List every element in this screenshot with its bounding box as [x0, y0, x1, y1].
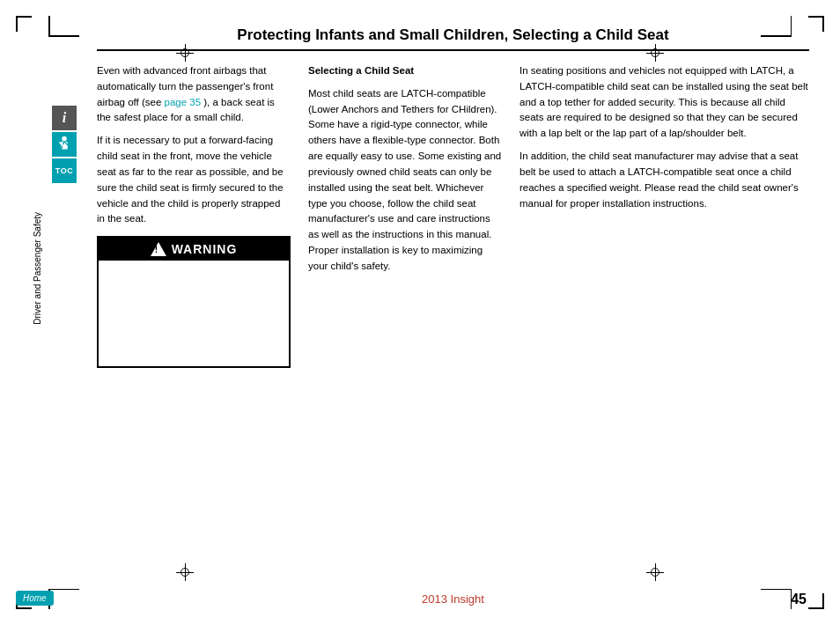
sidebar-tab: Driver and Passenger Safety	[0, 158, 75, 379]
page: i TOC Driver and Passenger Safety	[0, 0, 840, 625]
col-left-para2: If it is necessary to put a forward-faci…	[97, 133, 291, 227]
page-title-area: Protecting Infants and Small Children, S…	[97, 26, 809, 51]
col-middle: Selecting a Child Seat Most child seats …	[308, 63, 502, 368]
footer-title: 2013 Insight	[422, 592, 484, 606]
warning-box: WARNING	[97, 236, 291, 368]
col-middle-text: Selecting a Child Seat Most child seats …	[308, 63, 502, 275]
warning-title: WARNING	[172, 242, 238, 256]
warning-header: WARNING	[99, 238, 289, 261]
sidebar-tab-label: Driver and Passenger Safety	[33, 212, 42, 325]
sidebar: i TOC Driver and Passenger Safety	[0, 0, 84, 625]
page-title: Protecting Infants and Small Children, S…	[97, 26, 809, 44]
col-right-text: In seating positions and vehicles not eq…	[519, 63, 809, 211]
col-right: In seating positions and vehicles not eq…	[519, 63, 809, 368]
page-footer: 2013 Insight 45	[84, 592, 840, 606]
safety-icon[interactable]	[52, 132, 77, 157]
footer-home-area: Home	[16, 591, 54, 606]
col-middle-heading: Selecting a Child Seat	[308, 63, 502, 79]
col-left-text: Even with advanced front airbags that au…	[97, 63, 291, 227]
selecting-child-seat-heading: Selecting a Child Seat	[308, 65, 414, 76]
page-link[interactable]: page 35	[165, 97, 202, 107]
col-right-para2: In addition, the child seat manufacturer…	[519, 149, 809, 211]
warning-body	[99, 261, 289, 366]
col-left: Even with advanced front airbags that au…	[97, 63, 291, 368]
main-content: Protecting Infants and Small Children, S…	[84, 0, 840, 625]
home-button[interactable]: Home	[16, 591, 54, 606]
col-left-para1: Even with advanced front airbags that au…	[97, 63, 291, 126]
svg-point-0	[62, 136, 67, 142]
content-columns: Even with advanced front airbags that au…	[97, 63, 809, 368]
page-number: 45	[791, 592, 807, 607]
warning-triangle-icon	[151, 242, 166, 256]
col-right-para1: In seating positions and vehicles not eq…	[519, 63, 809, 142]
info-icon[interactable]: i	[52, 106, 77, 130]
col-middle-para1: Most child seats are LATCH-compatible (L…	[308, 86, 502, 275]
